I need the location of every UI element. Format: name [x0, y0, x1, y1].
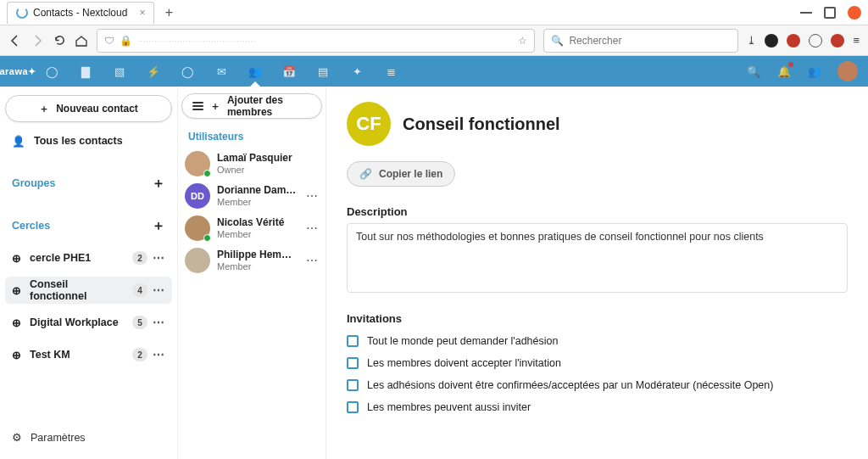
- more-icon[interactable]: ⋯: [306, 254, 319, 267]
- person-icon: 👤: [12, 135, 25, 148]
- circle-title: Conseil fonctionnel: [403, 115, 560, 134]
- groups-label: Groupes: [12, 177, 55, 189]
- photos-icon[interactable]: ▧: [112, 64, 127, 79]
- member-role: Member: [217, 229, 284, 240]
- member-avatar: [185, 216, 210, 241]
- talk-icon[interactable]: ◯: [180, 64, 195, 79]
- members-section-header: Utilisateurs: [181, 126, 322, 148]
- new-contact-button[interactable]: ＋ Nouveau contact: [5, 95, 172, 122]
- activity-icon[interactable]: ⚡: [146, 64, 161, 79]
- invitation-option[interactable]: Les membres doivent accepter l'invitatio…: [347, 352, 848, 374]
- member-row[interactable]: Philippe Hem…Member ⋯: [181, 244, 322, 277]
- more-icon[interactable]: ⋯: [153, 251, 165, 265]
- sidebar-settings[interactable]: ⚙ Paramètres: [5, 424, 172, 451]
- files-icon[interactable]: ▇: [78, 64, 93, 79]
- all-contacts-label: Tous les contacts: [34, 135, 123, 147]
- home-icon[interactable]: [75, 34, 88, 48]
- calendar-icon[interactable]: 📅: [281, 64, 297, 79]
- option-label: Les adhésions doivent être confirmées/ac…: [367, 379, 773, 391]
- plus-icon: ＋: [210, 99, 220, 114]
- contacts-icon[interactable]: 👥: [248, 64, 263, 79]
- checkbox-icon[interactable]: [347, 335, 359, 347]
- notifications-icon[interactable]: 🔔: [776, 64, 792, 79]
- circle-count: 4: [132, 283, 147, 297]
- more-icon[interactable]: ⋯: [153, 316, 165, 329]
- address-bar[interactable]: 🛡 🔒 ····································…: [97, 29, 535, 53]
- window-maximize-icon[interactable]: [824, 7, 836, 19]
- topbar-search-icon[interactable]: 🔍: [746, 64, 761, 79]
- invitation-option[interactable]: Tout le monde peut demander l'adhésion: [347, 330, 848, 352]
- circle-name: Conseil fonctionnel: [30, 278, 124, 302]
- circle-icon: ⊕: [12, 284, 21, 297]
- checkbox-icon[interactable]: [347, 379, 359, 391]
- status-online-icon: [203, 234, 211, 242]
- new-contact-label: Nouveau contact: [56, 103, 138, 115]
- brand-logo[interactable]: arawa✦: [10, 64, 25, 79]
- settings-label: Paramètres: [31, 432, 86, 444]
- add-group-icon[interactable]: ＋: [152, 175, 165, 193]
- more-icon[interactable]: ⋯: [153, 348, 165, 361]
- member-row[interactable]: Nicolas VéritéMember ⋯: [181, 212, 322, 244]
- browser-search-input[interactable]: 🔍 Rechercher: [543, 29, 738, 53]
- window-minimize-icon[interactable]: [800, 12, 812, 14]
- circle-item[interactable]: ⊕ cercle PHE1 2⋯: [5, 244, 172, 271]
- member-role: Member: [217, 197, 296, 208]
- member-row[interactable]: Lamaï PasquierOwner: [181, 148, 322, 180]
- circle-count: 2: [132, 251, 147, 265]
- dashboard-icon[interactable]: ◯: [44, 64, 59, 79]
- circle-icon: ⊕: [12, 316, 21, 329]
- circle-name: Test KM: [30, 349, 70, 361]
- deck-icon[interactable]: ▤: [315, 64, 331, 79]
- bookmarks-icon[interactable]: ✦: [349, 64, 364, 79]
- description-input[interactable]: [347, 223, 848, 293]
- window-close-icon[interactable]: [848, 6, 861, 20]
- circle-detail-panel: CF Conseil fonctionnel 🔗 Copier le lien …: [326, 87, 868, 459]
- add-circle-icon[interactable]: ＋: [152, 217, 165, 235]
- tasks-icon[interactable]: ≣: [383, 64, 398, 79]
- invitation-option[interactable]: Les adhésions doivent être confirmées/ac…: [347, 374, 848, 396]
- member-role: Member: [217, 261, 292, 272]
- ext-icon-4[interactable]: [831, 34, 844, 48]
- ext-icon-2[interactable]: [787, 34, 800, 48]
- tab-close-icon[interactable]: ×: [139, 7, 145, 19]
- new-tab-button[interactable]: +: [158, 2, 180, 24]
- checkbox-icon[interactable]: [347, 401, 359, 413]
- copy-link-button[interactable]: 🔗 Copier le lien: [347, 161, 455, 187]
- browser-tab[interactable]: Contacts - Nextcloud ×: [7, 2, 154, 24]
- download-icon[interactable]: ⤓: [747, 34, 756, 47]
- circle-item[interactable]: ⊕ Test KM 2⋯: [5, 341, 172, 368]
- add-members-button[interactable]: ＋ Ajouter des membres: [181, 93, 322, 119]
- sidebar-all-contacts[interactable]: 👤 Tous les contacts: [5, 127, 172, 154]
- sidebar-groups-header: Groupes ＋: [5, 170, 172, 197]
- circle-avatar: CF: [347, 102, 391, 146]
- add-members-label: Ajouter des membres: [227, 94, 311, 118]
- circle-item[interactable]: ⊕ Conseil fonctionnel 4⋯: [5, 277, 172, 304]
- star-icon[interactable]: ☆: [518, 35, 527, 47]
- more-icon[interactable]: ⋯: [153, 283, 165, 297]
- browser-tabbar: Contacts - Nextcloud × +: [0, 0, 868, 25]
- ext-icon-3[interactable]: [809, 34, 822, 48]
- people-icon[interactable]: 👥: [807, 64, 822, 79]
- forward-icon: [31, 34, 44, 48]
- mail-icon[interactable]: ✉: [214, 64, 229, 79]
- option-label: Les membres peuvent aussi inviter: [367, 401, 531, 413]
- more-icon[interactable]: ⋯: [306, 221, 319, 235]
- ext-icon-1[interactable]: [765, 34, 778, 48]
- circle-item[interactable]: ⊕ Digital Workplace 5⋯: [5, 309, 172, 336]
- member-avatar: [185, 151, 210, 176]
- checkbox-icon[interactable]: [347, 357, 359, 369]
- member-row[interactable]: DD Dorianne Dam…Member ⋯: [181, 180, 322, 212]
- option-label: Les membres doivent accepter l'invitatio…: [367, 357, 561, 369]
- invitation-option[interactable]: Les membres peuvent aussi inviter: [347, 396, 848, 418]
- circle-name: cercle PHE1: [30, 252, 91, 264]
- circles-label: Cercles: [12, 220, 50, 232]
- member-role: Owner: [217, 165, 292, 176]
- search-icon: 🔍: [551, 35, 564, 47]
- back-icon[interactable]: [8, 34, 22, 48]
- more-icon[interactable]: ⋯: [306, 189, 319, 203]
- member-name: Nicolas Vérité: [217, 217, 284, 229]
- browser-menu-icon[interactable]: ≡: [853, 34, 860, 47]
- member-name: Philippe Hem…: [217, 249, 292, 261]
- user-avatar[interactable]: [837, 61, 858, 81]
- reload-icon[interactable]: [53, 34, 66, 48]
